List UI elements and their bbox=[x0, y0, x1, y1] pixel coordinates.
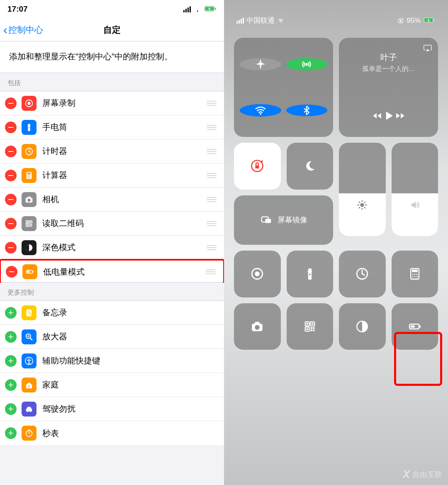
drag-handle-icon[interactable] bbox=[207, 101, 217, 106]
status-bar: 17:07 bbox=[0, 0, 224, 18]
highlight-battery-tile bbox=[394, 332, 442, 386]
play-button[interactable] bbox=[382, 110, 395, 122]
remove-button[interactable] bbox=[5, 170, 17, 181]
carrier-label: 中国联通 bbox=[246, 16, 275, 25]
remove-button[interactable] bbox=[5, 97, 17, 109]
cc-tile-row-1 bbox=[234, 251, 438, 297]
volume-slider[interactable] bbox=[392, 143, 438, 236]
remove-button[interactable] bbox=[5, 194, 17, 205]
control-row-stopwatch[interactable]: 秒表 bbox=[0, 421, 224, 445]
add-button[interactable] bbox=[5, 331, 17, 343]
mirror-label: 屏幕镜像 bbox=[278, 215, 307, 225]
battery-percent: 95% bbox=[407, 17, 421, 25]
airplay-icon[interactable] bbox=[423, 44, 432, 53]
control-row-record[interactable]: 屏幕录制 bbox=[0, 91, 224, 115]
drag-handle-icon[interactable] bbox=[207, 245, 217, 250]
stopwatch-icon bbox=[22, 426, 37, 441]
back-button[interactable]: ‹ 控制中心 bbox=[0, 24, 43, 36]
drag-handle-icon[interactable] bbox=[207, 149, 217, 154]
control-row-timer[interactable]: 计时器 bbox=[0, 139, 224, 163]
remove-button[interactable] bbox=[5, 122, 17, 133]
row-label: 深色模式 bbox=[42, 242, 207, 253]
remove-button[interactable] bbox=[6, 266, 17, 278]
back-label: 控制中心 bbox=[8, 24, 43, 36]
cc-calculator-button[interactable] bbox=[392, 251, 438, 297]
watermark: X 自由互联 bbox=[403, 468, 442, 481]
connectivity-tile[interactable] bbox=[234, 38, 333, 137]
control-row-battery[interactable]: 低电量模式 bbox=[0, 259, 225, 283]
chevron-left-icon: ‹ bbox=[3, 24, 7, 36]
orientation-lock-button[interactable] bbox=[234, 143, 281, 190]
section-more-label: 更多控制 bbox=[0, 283, 224, 300]
drag-handle-icon[interactable] bbox=[207, 125, 217, 130]
qr-icon bbox=[22, 216, 37, 231]
add-button[interactable] bbox=[5, 427, 17, 439]
watermark-logo-icon: X bbox=[403, 468, 410, 481]
brightness-slider[interactable] bbox=[339, 143, 386, 236]
cc-flashlight-button[interactable] bbox=[287, 251, 334, 297]
control-row-car[interactable]: 驾驶勿扰 bbox=[0, 397, 224, 421]
prev-track-button[interactable] bbox=[372, 110, 382, 121]
settings-screen: 17:07 ‹ 控制中心 自定 添加和整理显示在"控制中心"中的附加控制。 包括… bbox=[0, 0, 224, 485]
remove-button[interactable] bbox=[5, 146, 17, 157]
row-label: 放大器 bbox=[42, 331, 217, 342]
mirror-icon bbox=[260, 214, 273, 226]
add-button[interactable] bbox=[5, 307, 17, 319]
drag-handle-icon[interactable] bbox=[207, 221, 217, 226]
signal-icon bbox=[236, 17, 244, 24]
battery-icon bbox=[204, 6, 217, 12]
drag-handle-icon[interactable] bbox=[207, 173, 217, 178]
row-label: 驾驶勿扰 bbox=[42, 403, 217, 414]
cc-record-button[interactable] bbox=[234, 251, 281, 297]
row-label: 读取二维码 bbox=[42, 218, 207, 229]
row-label: 计时器 bbox=[42, 146, 207, 157]
remove-button[interactable] bbox=[5, 218, 17, 229]
cc-qr-button[interactable] bbox=[287, 303, 334, 350]
row-label: 秒表 bbox=[42, 428, 217, 439]
notes-icon bbox=[22, 305, 37, 320]
control-row-qr[interactable]: 读取二维码 bbox=[0, 212, 224, 236]
row-label: 屏幕录制 bbox=[42, 97, 207, 109]
row-label: 相机 bbox=[42, 194, 207, 205]
next-track-button[interactable] bbox=[395, 110, 406, 121]
status-indicators bbox=[183, 6, 217, 12]
control-row-magnify[interactable]: 放大器 bbox=[0, 325, 224, 349]
remove-button[interactable] bbox=[5, 242, 17, 253]
control-row-darkmode[interactable]: 深色模式 bbox=[0, 236, 224, 260]
cc-camera-button[interactable] bbox=[234, 303, 281, 350]
nav-header: ‹ 控制中心 自定 bbox=[0, 18, 224, 41]
wifi-button[interactable] bbox=[240, 104, 281, 117]
signal-icon bbox=[183, 6, 191, 12]
cc-timer-button[interactable] bbox=[339, 251, 386, 297]
control-row-home[interactable]: 家庭 bbox=[0, 373, 224, 397]
darkmode-icon bbox=[22, 240, 37, 255]
wifi-icon bbox=[193, 6, 202, 12]
control-row-notes[interactable]: 备忘录 bbox=[0, 301, 224, 325]
control-row-camera[interactable]: 相机 bbox=[0, 188, 224, 212]
bluetooth-button[interactable] bbox=[286, 105, 328, 116]
add-button[interactable] bbox=[5, 379, 17, 391]
add-button[interactable] bbox=[5, 403, 17, 415]
car-icon bbox=[22, 402, 37, 417]
control-center-screen: 中国联通 95% 叶子 bbox=[224, 0, 448, 485]
camera-icon bbox=[22, 192, 37, 207]
cellular-button[interactable] bbox=[286, 58, 328, 71]
more-list: 备忘录放大器辅助功能快捷键家庭驾驶勿扰秒表 bbox=[0, 300, 224, 445]
airplane-mode-button[interactable] bbox=[240, 58, 281, 71]
do-not-disturb-button[interactable] bbox=[287, 143, 334, 190]
magnify-icon bbox=[22, 329, 37, 344]
control-row-access[interactable]: 辅助功能快捷键 bbox=[0, 349, 224, 373]
add-button[interactable] bbox=[5, 355, 17, 367]
row-label: 手电筒 bbox=[42, 122, 207, 133]
media-subtitle: 孤单是一个人的… bbox=[362, 65, 415, 73]
screen-mirror-button[interactable]: 屏幕镜像 bbox=[234, 195, 333, 245]
drag-handle-icon[interactable] bbox=[207, 197, 217, 202]
svg-point-56 bbox=[197, 11, 198, 12]
control-row-flashlight[interactable]: 手电筒 bbox=[0, 115, 224, 139]
cc-darkmode-button[interactable] bbox=[339, 303, 386, 350]
control-row-calculator[interactable]: 计算器 bbox=[0, 163, 224, 188]
media-tile[interactable]: 叶子 孤单是一个人的… bbox=[339, 38, 438, 137]
home-icon bbox=[22, 378, 37, 392]
watermark-text: 自由互联 bbox=[412, 470, 442, 480]
drag-handle-icon[interactable] bbox=[206, 269, 216, 274]
